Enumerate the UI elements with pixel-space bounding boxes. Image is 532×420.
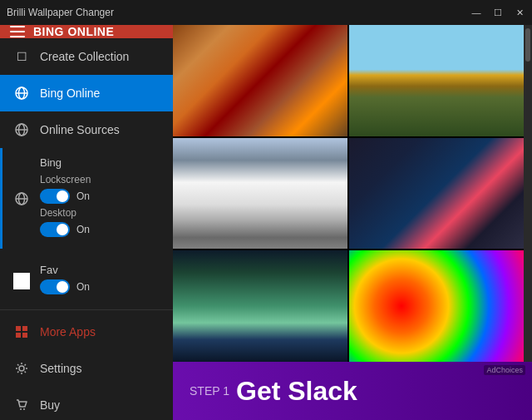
svg-rect-12 [16,333,21,338]
hamburger-line-2 [10,31,25,32]
title-bar: Brilli Wallpaper Changer — ☐ ✕ [0,0,532,25]
desktop-on-text: On [76,224,90,235]
desktop-label: Desktop [40,207,94,219]
sidebar-bottom: More Apps Settings [0,306,173,420]
maximize-button[interactable]: ☐ [492,7,504,18]
bing-label: Bing [40,156,160,169]
grid-image-colorful[interactable] [349,250,524,362]
grid-image-field[interactable] [349,25,524,136]
title-bar-controls: — ☐ ✕ [470,7,525,18]
grid-image-waterfall[interactable] [173,250,347,362]
nav-label-buy: Buy [40,398,60,412]
lockscreen-toggle-control[interactable]: On [40,189,160,204]
more-apps-icon [13,324,30,340]
hamburger-icon[interactable] [10,26,25,37]
svg-rect-11 [22,326,27,331]
fav-icon [13,273,30,289]
title-bar-title: Brilli Wallpaper Changer [7,7,114,18]
desktop-toggle-row: Desktop [40,207,160,219]
svg-point-16 [23,408,25,410]
nav-item-online-sources[interactable]: Online Sources [0,111,173,148]
content-area: STEP 1 Get Slack AdChoices [173,25,532,420]
nav-item-buy[interactable]: Buy [0,387,173,420]
bing-expand-content: Bing Lockscreen On Desktop On [40,156,160,240]
app-container: BING ONLINE ☐ Create Collection Bing Onl… [0,25,532,420]
ad-title: Get Slack [236,376,357,407]
desktop-toggle-control[interactable]: On [40,222,160,237]
nav-label-settings: Settings [40,362,82,375]
content-wrapper [173,25,532,362]
expanded-item-bing[interactable]: Bing Lockscreen On Desktop On [0,148,173,249]
lockscreen-toggle-row: Lockscreen [40,174,160,185]
desktop-toggle[interactable] [40,222,70,237]
lockscreen-on-text: On [76,190,90,202]
bing-online-icon [13,85,30,101]
nav-label-more-apps: More Apps [40,325,96,338]
sidebar-divider [0,309,173,310]
svg-point-14 [19,366,24,371]
sidebar-header: BING ONLINE [0,25,173,38]
ad-banner[interactable]: STEP 1 Get Slack AdChoices [173,362,532,420]
bing-expand-icon [13,190,30,207]
buy-icon [13,397,30,413]
fav-toggle-row[interactable]: On [40,279,160,294]
nav-item-settings[interactable]: Settings [0,350,173,387]
create-collection-icon: ☐ [13,48,30,65]
scrollbar-track[interactable] [524,25,532,362]
sidebar-header-title: BING ONLINE [33,25,114,38]
hamburger-line-3 [10,36,25,37]
fav-content: Fav On [40,264,160,298]
expanded-section: Bing Lockscreen On Desktop On [0,148,173,255]
grid-image-autumn[interactable] [173,25,347,136]
nav-label-bing-online: Bing Online [40,86,100,100]
ad-step: STEP 1 [190,384,229,398]
fav-item[interactable]: Fav On [0,255,173,306]
svg-rect-13 [22,333,27,338]
nav-item-bing-online[interactable]: Bing Online [0,75,173,111]
fav-on-text: On [76,281,90,293]
fav-label: Fav [40,264,160,276]
lockscreen-toggle[interactable] [40,189,70,204]
grid-image-mountains[interactable] [173,138,347,250]
fav-toggle[interactable] [40,279,70,294]
grid-image-circuit[interactable] [349,138,524,250]
nav-item-more-apps[interactable]: More Apps [0,314,173,350]
svg-rect-10 [16,326,21,331]
close-button[interactable]: ✕ [514,7,525,18]
lockscreen-label: Lockscreen [40,174,94,185]
svg-point-15 [20,408,22,410]
image-grid [173,25,524,362]
svg-rect-9 [16,275,27,287]
hamburger-line-1 [10,26,25,27]
nav-label-create-collection: Create Collection [40,50,129,63]
scrollbar-thumb[interactable] [525,28,530,62]
sidebar: BING ONLINE ☐ Create Collection Bing Onl… [0,25,173,420]
ad-choices[interactable]: AdChoices [484,365,525,375]
active-bar [0,148,2,249]
online-sources-icon [13,121,30,138]
settings-icon [13,360,30,377]
minimize-button[interactable]: — [470,7,482,18]
nav-label-online-sources: Online Sources [40,123,120,136]
nav-item-create-collection[interactable]: ☐ Create Collection [0,38,173,75]
